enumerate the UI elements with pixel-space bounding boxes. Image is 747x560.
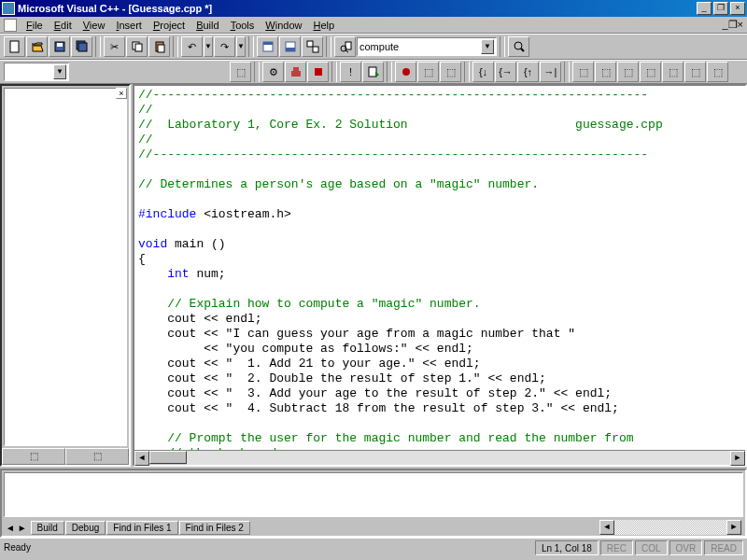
status-bar: Ready Ln 1, Col 18 REC COL OVR READ bbox=[0, 538, 747, 556]
menu-build[interactable]: Build bbox=[190, 18, 224, 33]
compile-button[interactable]: ⚙ bbox=[262, 62, 284, 82]
code-editor[interactable]: //--------------------------------------… bbox=[134, 86, 745, 450]
svg-rect-14 bbox=[313, 47, 318, 52]
out-scroll-right[interactable]: ► bbox=[726, 520, 741, 535]
svg-line-17 bbox=[345, 50, 348, 52]
output-button[interactable] bbox=[279, 36, 301, 57]
execute-button[interactable] bbox=[362, 62, 384, 82]
close-button[interactable]: × bbox=[730, 2, 745, 15]
redo-drop[interactable]: ▼ bbox=[236, 36, 246, 57]
tb-btn-6[interactable]: ⬚ bbox=[617, 62, 639, 82]
save-all-button[interactable] bbox=[71, 36, 92, 57]
standard-toolbar: ✂ ↶ ▼ ↷ ▼ compute▼ bbox=[0, 34, 747, 60]
tb-btn-7[interactable]: ⬚ bbox=[640, 62, 661, 82]
menu-edit[interactable]: Edit bbox=[49, 18, 78, 33]
svg-line-19 bbox=[521, 49, 524, 51]
tab-build[interactable]: Build bbox=[31, 521, 64, 535]
panel-close-button[interactable]: × bbox=[116, 88, 127, 99]
save-button[interactable] bbox=[49, 36, 70, 57]
svg-rect-2 bbox=[57, 43, 63, 47]
menu-insert[interactable]: Insert bbox=[110, 18, 148, 33]
run-to-cursor-button[interactable]: →| bbox=[540, 62, 561, 82]
svg-point-18 bbox=[514, 42, 522, 49]
tb-btn-3[interactable]: ⬚ bbox=[440, 62, 461, 82]
scroll-right-icon[interactable]: ► bbox=[730, 451, 745, 466]
undo-button[interactable]: ↶ bbox=[181, 36, 203, 57]
find-combo-text: compute bbox=[359, 41, 399, 52]
menu-project[interactable]: Project bbox=[148, 18, 190, 33]
mdi-close-button[interactable]: × bbox=[738, 19, 743, 31]
tb-btn-4[interactable]: ⬚ bbox=[572, 62, 594, 82]
tab-debug[interactable]: Debug bbox=[65, 521, 106, 535]
scroll-thumb[interactable] bbox=[149, 451, 187, 464]
out-scroll-left[interactable]: ◄ bbox=[599, 520, 614, 535]
svg-rect-10 bbox=[263, 42, 273, 45]
menu-view[interactable]: View bbox=[78, 18, 111, 33]
window-list-button[interactable] bbox=[302, 36, 323, 57]
maximize-button[interactable]: ❐ bbox=[713, 2, 728, 15]
step-into-button[interactable]: {↓ bbox=[472, 62, 494, 82]
output-text[interactable] bbox=[4, 472, 743, 517]
menu-file[interactable]: File bbox=[21, 18, 49, 33]
app-icon bbox=[2, 2, 15, 15]
svg-rect-20 bbox=[291, 71, 301, 77]
status-read: READ bbox=[704, 540, 743, 555]
breakpoint-button[interactable] bbox=[395, 62, 416, 82]
undo-drop[interactable]: ▼ bbox=[204, 36, 213, 57]
paste-button[interactable] bbox=[148, 36, 170, 57]
tb-btn-10[interactable]: ⬚ bbox=[707, 62, 728, 82]
editor-pane: //--------------------------------------… bbox=[133, 84, 747, 467]
minimize-button[interactable]: _ bbox=[697, 2, 712, 15]
build-toolbar: ▼ ⬚ ⚙ ! ⬚ ⬚ {↓ {→ {↑ →| ⬚ ⬚ ⬚ ⬚ ⬚ ⬚ ⬚ bbox=[0, 60, 747, 84]
svg-rect-8 bbox=[158, 45, 164, 52]
menu-tools[interactable]: Tools bbox=[225, 18, 261, 33]
svg-rect-13 bbox=[307, 41, 313, 47]
mdi-restore-button[interactable]: ❐ bbox=[728, 19, 738, 31]
build-button[interactable] bbox=[285, 62, 306, 82]
chevron-down-icon[interactable]: ▼ bbox=[481, 39, 494, 54]
tb-btn-1[interactable]: ⬚ bbox=[230, 62, 251, 82]
find-button[interactable] bbox=[508, 36, 529, 57]
svg-rect-0 bbox=[10, 41, 19, 52]
redo-button[interactable]: ↷ bbox=[214, 36, 235, 57]
editor-hscroll[interactable]: ◄ ► bbox=[134, 450, 745, 465]
window-title: Microsoft Visual C++ - [Guessage.cpp *] bbox=[18, 3, 695, 14]
tb-btn-9[interactable]: ⬚ bbox=[684, 62, 706, 82]
find-in-files-button[interactable] bbox=[334, 36, 356, 57]
copy-button[interactable] bbox=[126, 36, 148, 57]
status-col: COL bbox=[635, 540, 668, 555]
doc-icon[interactable] bbox=[4, 19, 17, 32]
svg-rect-6 bbox=[135, 44, 142, 51]
new-text-button[interactable] bbox=[4, 36, 25, 57]
fileview-tab[interactable]: ⬚ bbox=[65, 448, 129, 465]
chevron-down-icon[interactable]: ▼ bbox=[53, 64, 66, 79]
menu-window[interactable]: Window bbox=[260, 18, 307, 33]
menu-help[interactable]: Help bbox=[307, 18, 340, 33]
tab-find1[interactable]: Find in Files 1 bbox=[106, 521, 177, 535]
step-over-button[interactable]: {→ bbox=[495, 62, 516, 82]
workspace-panel: × ⬚ ⬚ bbox=[0, 84, 131, 467]
stop-build-button[interactable] bbox=[307, 62, 329, 82]
tb-btn-2[interactable]: ⬚ bbox=[417, 62, 439, 82]
status-rec: REC bbox=[600, 540, 633, 555]
workspace-button[interactable] bbox=[257, 36, 278, 57]
workspace-tree[interactable] bbox=[4, 88, 127, 446]
go-button[interactable]: ! bbox=[340, 62, 361, 82]
find-combo[interactable]: compute▼ bbox=[357, 37, 497, 56]
tb-btn-8[interactable]: ⬚ bbox=[662, 62, 684, 82]
tb-btn-5[interactable]: ⬚ bbox=[595, 62, 616, 82]
open-button[interactable] bbox=[26, 36, 48, 57]
status-ovr: OVR bbox=[669, 540, 703, 555]
svg-rect-4 bbox=[78, 43, 87, 51]
step-out-button[interactable]: {↑ bbox=[517, 62, 539, 82]
status-ready: Ready bbox=[4, 542, 31, 553]
classview-tab[interactable]: ⬚ bbox=[2, 448, 65, 465]
cut-button[interactable]: ✂ bbox=[104, 36, 125, 57]
scroll-left-icon[interactable]: ◄ bbox=[134, 451, 149, 466]
svg-rect-22 bbox=[315, 68, 322, 76]
workspace: × ⬚ ⬚ //--------------------------------… bbox=[0, 84, 747, 467]
title-bar: Microsoft Visual C++ - [Guessage.cpp *] … bbox=[0, 0, 747, 17]
menu-bar: File Edit View Insert Project Build Tool… bbox=[0, 17, 747, 34]
config-combo[interactable]: ▼ bbox=[4, 63, 69, 81]
tab-find2[interactable]: Find in Files 2 bbox=[179, 521, 250, 535]
